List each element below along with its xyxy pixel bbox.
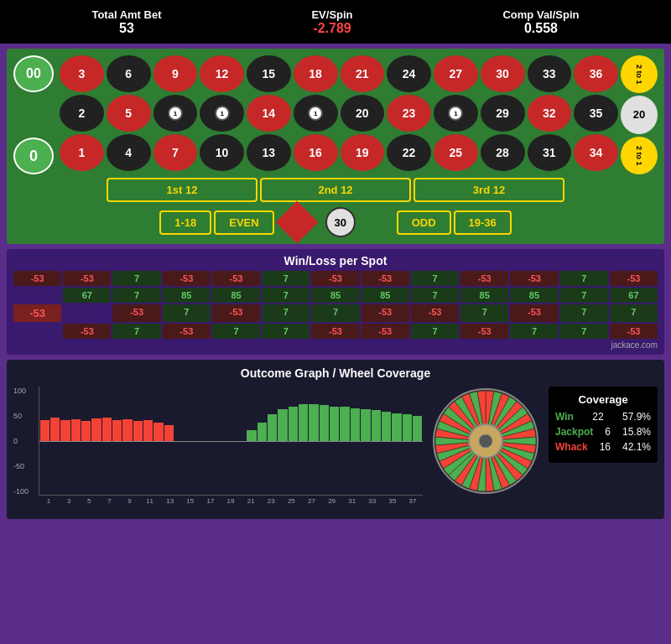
- num-cell-30[interactable]: 30: [481, 55, 525, 92]
- num-cell-23[interactable]: 23: [387, 95, 431, 132]
- cov-win-label: Win: [555, 411, 574, 423]
- num-cell-21[interactable]: 21: [341, 55, 385, 92]
- dozen-3rd[interactable]: 3rd 12: [414, 178, 564, 202]
- bar-wrapper-36: [413, 387, 422, 496]
- num-cell-17[interactable]: 171: [294, 95, 338, 132]
- chip-30: 30: [325, 207, 356, 237]
- num-cell-34[interactable]: 34: [574, 134, 618, 171]
- num-cell-6[interactable]: 6: [107, 55, 151, 92]
- bar-wrapper-4: [81, 387, 91, 496]
- bar-wrapper-8: [122, 387, 132, 496]
- wl-cell-1-2: 7: [112, 288, 160, 303]
- num-cell-26[interactable]: 261: [434, 95, 478, 132]
- wl-cell-3-6: -53: [311, 324, 359, 339]
- col2to1-bot[interactable]: 2 to 1: [621, 137, 658, 174]
- wl-cell-0-6: -53: [311, 271, 359, 286]
- coverage-box: Coverage Win 22 57.9% Jackpot 6 15.8% Wh…: [549, 387, 658, 463]
- num-cell-16[interactable]: 16: [294, 134, 338, 171]
- wl-cell-1-0: [13, 288, 61, 303]
- num-cell-3[interactable]: 3: [60, 55, 104, 92]
- cov-whack-label: Whack: [555, 441, 588, 453]
- num-cell-15[interactable]: 15: [247, 55, 291, 92]
- wl-row-2: -53-537-5377-53-537-5377: [13, 304, 658, 322]
- wl-cell-3-7: -53: [362, 324, 409, 339]
- num-cell-14[interactable]: 14: [247, 95, 291, 132]
- bar-wrapper-35: [403, 387, 412, 496]
- wl-cell-2-3: 7: [163, 304, 211, 322]
- cov-win-count: 22: [592, 411, 603, 423]
- wl-cell-3-9: -53: [460, 324, 508, 339]
- bar-wrapper-23: [278, 387, 287, 496]
- bet-19-36[interactable]: 19-36: [454, 210, 512, 235]
- outcome-section: Outcome Graph / Wheel Coverage 100 50 0 …: [7, 360, 664, 519]
- bar-wrapper-20: [247, 387, 256, 496]
- num-cell-36[interactable]: 36: [574, 55, 618, 92]
- num-cell-5[interactable]: 5: [107, 95, 151, 132]
- bar-wrapper-25: [299, 387, 308, 496]
- num-cell-28[interactable]: 28: [481, 134, 525, 171]
- wl-cell-2-1: [63, 304, 111, 322]
- num-cell-35[interactable]: 35: [574, 95, 618, 132]
- num-cell-27[interactable]: 27: [434, 55, 478, 92]
- bar-wrapper-30: [351, 387, 360, 496]
- zero-cell[interactable]: 0: [13, 138, 54, 174]
- num-cell-24[interactable]: 24: [387, 55, 431, 92]
- bet-odd[interactable]: ODD: [397, 210, 451, 235]
- num-cell-9[interactable]: 9: [153, 55, 198, 92]
- num-cell-20[interactable]: 20: [341, 95, 385, 132]
- double-zero-cell[interactable]: 00: [13, 55, 54, 92]
- num-cell-8[interactable]: 81: [153, 95, 198, 132]
- num-cell-7[interactable]: 7: [153, 134, 198, 171]
- bar-wrapper-27: [320, 387, 329, 496]
- num-cell-11[interactable]: 111: [200, 95, 244, 132]
- bet-1-18[interactable]: 1-18: [159, 210, 211, 235]
- num-cell-32[interactable]: 32: [528, 95, 572, 132]
- wl-cell-3-10: 7: [510, 324, 558, 339]
- bar-wrapper-32: [372, 387, 381, 496]
- bottom-bets-row: 1-18 EVEN 30 ODD 19-36: [13, 207, 658, 237]
- col2to1-mid[interactable]: 20: [621, 96, 658, 133]
- wl-row-0: -53-537-53-537-53-537-53-537-53: [13, 271, 658, 286]
- num-cell-18[interactable]: 18: [294, 55, 338, 92]
- wl-cell-1-5: 7: [262, 288, 309, 303]
- num-cell-10[interactable]: 10: [200, 134, 244, 171]
- coverage-whack-row: Whack 16 42.1%: [555, 441, 651, 453]
- wl-cell-2-4: -53: [212, 304, 260, 322]
- wl-row-3: -537-5377-53-537-5377-53: [13, 324, 658, 339]
- bar-wrapper-24: [289, 387, 298, 496]
- num-cell-1[interactable]: 1: [60, 134, 104, 171]
- bar-wrapper-18: [226, 387, 236, 496]
- num-cell-19[interactable]: 19: [341, 134, 385, 171]
- wl-cell-1-1: 67: [63, 288, 111, 303]
- total-amt-bet-label: Total Amt Bet: [91, 8, 161, 21]
- num-cell-31[interactable]: 31: [528, 134, 572, 171]
- bar-wrapper-0: [40, 387, 49, 496]
- y-axis-labels: 100 50 0 -50 -100: [13, 387, 29, 496]
- dozen-1st[interactable]: 1st 12: [107, 178, 257, 202]
- bet-even[interactable]: EVEN: [214, 210, 273, 235]
- num-cell-4[interactable]: 4: [107, 134, 151, 171]
- graph-area: 100 50 0 -50 -100 1357911131517192123252…: [39, 387, 423, 512]
- num-cell-33[interactable]: 33: [528, 55, 572, 92]
- num-cell-25[interactable]: 25: [434, 134, 478, 171]
- wl-cell-1-12: 67: [610, 288, 658, 303]
- col2to1-top[interactable]: 2 to 1: [621, 55, 658, 93]
- num-cell-12[interactable]: 12: [200, 55, 244, 92]
- wl-cell-3-11: 7: [560, 324, 608, 339]
- num-cell-13[interactable]: 13: [247, 134, 291, 171]
- num-cell-29[interactable]: 29: [481, 95, 525, 132]
- chip-on-17: 1: [308, 106, 323, 121]
- num-cell-22[interactable]: 22: [387, 134, 431, 171]
- cov-jackpot-count: 6: [605, 426, 611, 438]
- bar-wrapper-33: [382, 387, 391, 496]
- wl-cell-1-3: 85: [163, 288, 211, 303]
- roulette-table: 00 0 36912151821242730333625811111417120…: [7, 49, 664, 244]
- wl-cell-3-8: 7: [411, 324, 459, 339]
- wl-cell-0-10: -53: [510, 271, 558, 286]
- num-cell-2[interactable]: 2: [60, 95, 104, 132]
- bar-wrapper-3: [71, 387, 81, 496]
- wl-cell-3-2: 7: [112, 324, 160, 339]
- wl-cell-3-0: [13, 324, 61, 339]
- cov-win-pct: 57.9%: [622, 411, 651, 423]
- dozen-2nd[interactable]: 2nd 12: [260, 178, 411, 202]
